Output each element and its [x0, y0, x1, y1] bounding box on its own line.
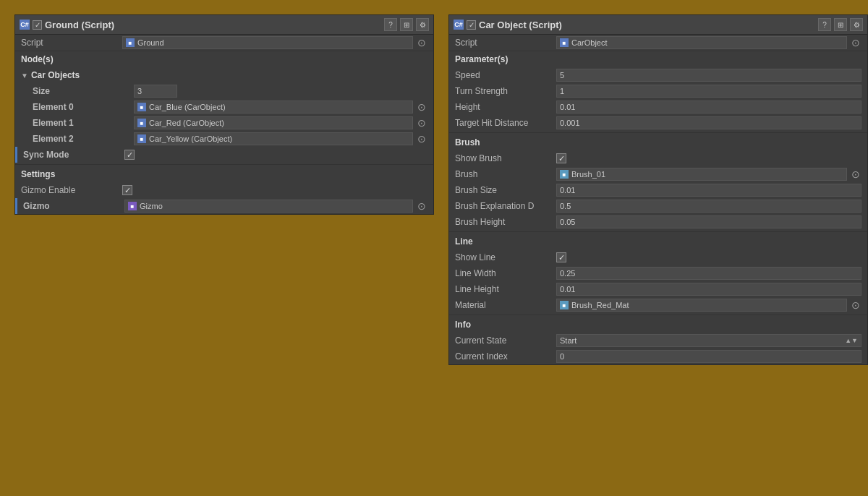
right-show-brush-label: Show Brush [455, 153, 556, 163]
right-turn-row: Turn Strength [449, 83, 867, 99]
left-gizmo-blue-bar [15, 198, 17, 214]
left-gizmo-enable-checkbox[interactable]: ✓ [122, 185, 132, 195]
right-current-state-row: Current State Start ▲▼ [449, 333, 867, 349]
left-sync-checkbox[interactable]: ✓ [124, 150, 135, 160]
left-element1-link[interactable]: ⊙ [416, 117, 427, 129]
right-script-link[interactable]: ⊙ [850, 37, 861, 48]
right-parameters-section: Parameter(s) [449, 51, 867, 67]
right-target-label: Target Hit Distance [455, 118, 556, 128]
right-current-state-select[interactable]: Start ▲▼ [556, 334, 861, 347]
right-brush-explanation-input[interactable] [556, 200, 861, 213]
right-brush-row: Brush ■ Brush_01 ⊙ [449, 166, 867, 182]
left-script-value: Ground [137, 38, 164, 47]
right-material-icon: ■ [560, 301, 569, 309]
left-gizmo-value: Gizmo [140, 202, 163, 210]
left-size-row: Size [15, 83, 433, 99]
left-element2-link[interactable]: ⊙ [416, 133, 427, 145]
left-script-row: Script ■ Ground ⊙ [15, 35, 433, 51]
left-script-field[interactable]: ■ Ground [122, 36, 413, 49]
left-panel-cs-icon: C# [20, 20, 30, 30]
right-material-link[interactable]: ⊙ [850, 299, 861, 311]
right-brush-section: Brush [449, 134, 867, 150]
right-current-state-arrow: ▲▼ [845, 337, 858, 344]
left-gizmo-row-container: Gizmo ■ Gizmo ⊙ [15, 198, 433, 214]
right-line-width-input[interactable] [556, 267, 861, 280]
right-current-state-label: Current State [455, 335, 556, 346]
left-element1-row: Element 1 ■ Car_Red (CarObject) ⊙ [15, 115, 433, 131]
right-brush-size-input[interactable] [556, 184, 861, 197]
right-material-row: Material ■ Brush_Red_Mat ⊙ [449, 297, 867, 313]
ground-script-panel: C# ✓ Ground (Script) ? ⊞ ⚙ Script ■ Grou… [14, 14, 434, 215]
right-brush-link[interactable]: ⊙ [850, 168, 861, 180]
left-panel-title: Ground (Script) [45, 20, 381, 30]
left-element2-label: Element 2 [33, 134, 134, 144]
right-current-index-input[interactable] [556, 350, 861, 363]
left-element1-value: Car_Red (CarObject) [149, 119, 224, 127]
right-divider2 [449, 231, 867, 232]
left-sync-blue-bar [15, 147, 17, 163]
left-help-button[interactable]: ? [384, 18, 397, 31]
right-show-line-label: Show Line [455, 252, 556, 262]
right-brush-size-label: Brush Size [455, 185, 556, 195]
right-brush-field[interactable]: ■ Brush_01 [556, 168, 847, 181]
left-gizmo-link[interactable]: ⊙ [416, 200, 427, 212]
left-gizmo-label: Gizmo [23, 201, 124, 211]
left-element2-value: Car_Yellow (CarObject) [149, 134, 232, 143]
right-panel-header: C# ✓ Car Object (Script) ? ⊞ ⚙ [449, 15, 867, 35]
right-show-brush-checkbox[interactable]: ✓ [556, 153, 566, 163]
right-height-input[interactable] [556, 101, 861, 114]
right-show-line-checkbox[interactable]: ✓ [556, 252, 566, 262]
right-speed-input[interactable] [556, 69, 861, 82]
left-gizmo-field[interactable]: ■ Gizmo [124, 200, 413, 213]
right-height-row: Height [449, 99, 867, 115]
right-target-row: Target Hit Distance [449, 115, 867, 131]
right-panel-cs-icon: C# [454, 20, 464, 30]
left-car-objects-section[interactable]: ▼ Car Objects [15, 67, 433, 83]
right-divider3 [449, 315, 867, 315]
left-element0-label: Element 0 [33, 102, 134, 112]
right-line-width-row: Line Width [449, 265, 867, 281]
left-settings-button[interactable]: ⚙ [416, 18, 429, 31]
left-element0-row: Element 0 ■ Car_Blue (CarObject) ⊙ [15, 99, 433, 115]
right-script-field[interactable]: ■ CarObject [556, 36, 847, 49]
right-brush-explanation-row: Brush Explanation D [449, 198, 867, 214]
left-element0-link[interactable]: ⊙ [416, 101, 427, 113]
right-layout-button[interactable]: ⊞ [834, 18, 847, 31]
right-brush-icon: ■ [560, 170, 569, 179]
left-size-input[interactable] [134, 85, 177, 98]
right-line-height-row: Line Height [449, 281, 867, 297]
right-script-label: Script [455, 38, 556, 48]
left-element1-label: Element 1 [33, 118, 134, 128]
left-sync-inner: Sync Mode ✓ [20, 147, 433, 163]
right-turn-input[interactable] [556, 85, 861, 98]
left-script-link[interactable]: ⊙ [416, 37, 427, 48]
right-panel-enable-checkbox[interactable]: ✓ [467, 20, 476, 30]
right-help-button[interactable]: ? [818, 18, 831, 31]
right-info-section: Info [449, 317, 867, 333]
right-brush-height-row: Brush Height [449, 214, 867, 230]
right-current-index-row: Current Index [449, 349, 867, 364]
right-line-height-input[interactable] [556, 283, 861, 296]
left-element0-field[interactable]: ■ Car_Blue (CarObject) [134, 101, 413, 114]
right-brush-label: Brush [455, 169, 556, 179]
left-layout-button[interactable]: ⊞ [400, 18, 413, 31]
right-brush-height-input[interactable] [556, 215, 861, 228]
left-gizmo-enable-label: Gizmo Enable [21, 185, 122, 195]
left-element2-field[interactable]: ■ Car_Yellow (CarObject) [134, 132, 413, 145]
left-element2-row: Element 2 ■ Car_Yellow (CarObject) ⊙ [15, 131, 433, 147]
right-target-input[interactable] [556, 116, 861, 129]
left-script-label: Script [21, 38, 122, 48]
left-gizmo-inner: Gizmo ■ Gizmo ⊙ [20, 198, 433, 214]
right-line-height-label: Line Height [455, 284, 556, 294]
left-settings-section: Settings [15, 166, 433, 182]
right-material-field[interactable]: ■ Brush_Red_Mat [556, 299, 847, 312]
right-turn-label: Turn Strength [455, 86, 556, 96]
left-panel-enable-checkbox[interactable]: ✓ [33, 20, 42, 30]
left-panel-actions: ? ⊞ ⚙ [384, 18, 429, 31]
right-show-line-row: Show Line ✓ [449, 249, 867, 265]
left-element1-field[interactable]: ■ Car_Red (CarObject) [134, 116, 413, 129]
right-script-row: Script ■ CarObject ⊙ [449, 35, 867, 51]
right-brush-explanation-label: Brush Explanation D [455, 201, 556, 211]
right-speed-label: Speed [455, 70, 556, 80]
right-settings-button[interactable]: ⚙ [850, 18, 863, 31]
